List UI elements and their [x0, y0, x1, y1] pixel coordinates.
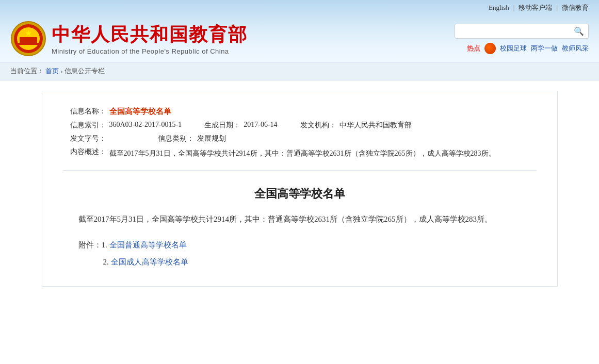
search-bar[interactable]: 🔍 — [455, 24, 589, 39]
attachment1-link[interactable]: 全国普通高等学校名单 — [109, 241, 187, 249]
breadcrumb-home[interactable]: 首页 — [45, 67, 59, 75]
football-icon — [484, 43, 496, 54]
separator2: | — [556, 4, 558, 12]
meta-title-label: 信息名称： — [63, 107, 109, 116]
meta-docnum-label: 发文字号： — [63, 134, 109, 143]
breadcrumb: 当前位置： 首页 › 信息公开专栏 — [0, 62, 599, 80]
english-link[interactable]: English — [489, 4, 509, 12]
top-bar: English | 移动客户端 | 微信教育 — [0, 0, 599, 15]
meta-index-value: 360A03-02-2017-0015-1 — [109, 121, 182, 129]
article-body: 截至2017年5月31日，全国高等学校共计2914所，其中：普通高等学校2631… — [63, 212, 537, 227]
breadcrumb-prefix: 当前位置： — [10, 67, 44, 75]
divider — [63, 170, 537, 171]
wechat-link[interactable]: 微信教育 — [562, 3, 589, 12]
main-content: 信息名称： 全国高等学校名单 信息索引： 360A03-02-2017-0015… — [0, 80, 599, 338]
attachment-section: 附件：1. 全国普通高等学校名单 2. 全国成人高等学校名单 — [63, 237, 537, 271]
meta-issuer-value: 中华人民共和国教育部 — [339, 121, 412, 130]
football-link[interactable]: 校园足球 — [500, 44, 527, 53]
meta-date-value: 2017-06-14 — [244, 121, 277, 129]
svg-rect-4 — [18, 43, 39, 45]
meta-title-value: 全国高等学校名单 — [109, 107, 171, 117]
teacher-link[interactable]: 教师风采 — [562, 44, 589, 53]
logo-area: 中华人民共和国教育部 Ministry of Education of the … — [10, 21, 248, 57]
header-main: 中华人民共和国教育部 Ministry of Education of the … — [0, 15, 599, 62]
header-right: 🔍 热点 校园足球 两学一做 教师风采 — [455, 24, 589, 54]
site-title: 中华人民共和国教育部 — [52, 22, 248, 47]
meta-summary-value: 截至2017年5月31日，全国高等学校共计2914所，其中：普通高等学校2631… — [109, 147, 496, 160]
hot-label: 热点 — [467, 44, 480, 53]
attachment-label: 附件：1. — [78, 241, 107, 249]
meta-summary-row: 内容概述： 截至2017年5月31日，全国高等学校共计2914所，其中：普通高等… — [63, 147, 537, 160]
separator1: | — [513, 4, 515, 12]
mobile-link[interactable]: 移动客户端 — [519, 3, 552, 12]
attachment2-prefix: 2. — [103, 258, 109, 266]
meta-index-row: 信息索引： 360A03-02-2017-0015-1 生成日期： 2017-0… — [63, 121, 537, 130]
meta-issuer-label: 发文机构： — [293, 121, 339, 130]
breadcrumb-current: 信息公开专栏 — [64, 67, 105, 75]
metadata-section: 信息名称： 全国高等学校名单 信息索引： 360A03-02-2017-0015… — [63, 107, 537, 160]
meta-type-value: 发展规划 — [197, 134, 226, 143]
meta-date-label: 生成日期： — [197, 121, 244, 130]
meta-type-label: 信息类别： — [151, 134, 197, 143]
meta-docnum-row: 发文字号： 信息类别： 发展规划 — [63, 134, 537, 143]
logo-text: 中华人民共和国教育部 Ministry of Education of the … — [52, 22, 248, 55]
meta-index-label: 信息索引： — [63, 121, 109, 130]
content-card: 信息名称： 全国高等学校名单 信息索引： 360A03-02-2017-0015… — [42, 91, 558, 287]
site-subtitle: Ministry of Education of the People's Re… — [52, 47, 248, 55]
study-link[interactable]: 两学一做 — [531, 44, 558, 53]
attachment2-link[interactable]: 全国成人高等学校名单 — [111, 258, 188, 266]
meta-summary-label: 内容概述： — [63, 147, 109, 157]
meta-title-row: 信息名称： 全国高等学校名单 — [63, 107, 537, 117]
article-title: 全国高等学校名单 — [63, 186, 537, 202]
breadcrumb-separator: › — [61, 67, 65, 75]
search-button[interactable]: 🔍 — [574, 26, 584, 36]
hot-links: 热点 校园足球 两学一做 教师风采 — [467, 43, 589, 54]
search-input[interactable] — [459, 27, 574, 35]
national-emblem-icon — [10, 21, 46, 57]
header: English | 移动客户端 | 微信教育 中华人民共和国教育部 Minist… — [0, 0, 599, 62]
